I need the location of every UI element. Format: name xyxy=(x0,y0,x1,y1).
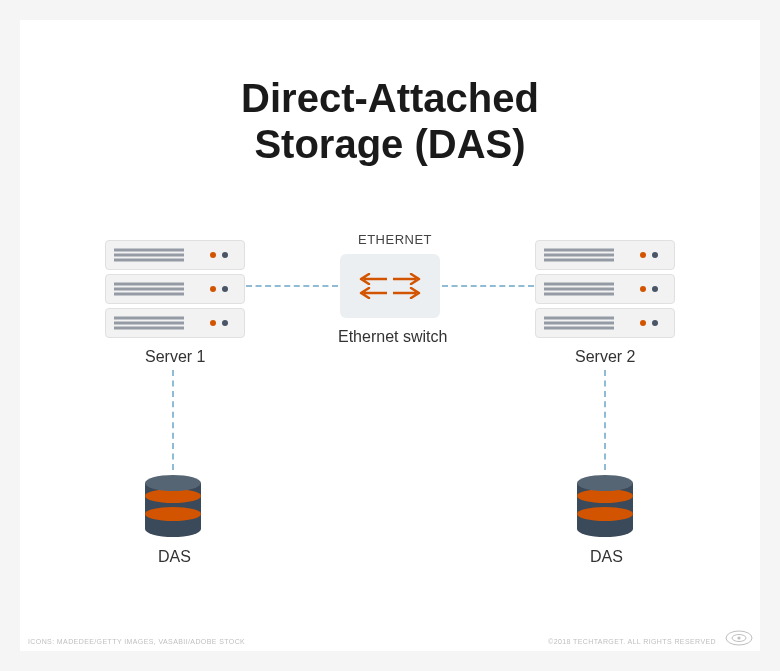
server-1-icon xyxy=(105,240,245,338)
footer-copyright: ©2018 TECHTARGET. ALL RIGHTS RESERVED xyxy=(548,638,716,645)
das-2-icon xyxy=(577,475,633,537)
server-rack-unit xyxy=(105,308,245,338)
ethernet-switch-icon xyxy=(340,254,440,318)
link-switch-server2 xyxy=(442,285,534,287)
server-rack-unit xyxy=(105,240,245,270)
arrow-left-icon xyxy=(357,287,387,299)
server-1-label: Server 1 xyxy=(145,348,205,366)
diagram-title: Direct-Attached Storage (DAS) xyxy=(20,75,760,167)
title-line-1: Direct-Attached xyxy=(241,76,539,120)
server-rack-unit xyxy=(535,240,675,270)
ethernet-label: ETHERNET xyxy=(358,232,432,247)
server-2-label: Server 2 xyxy=(575,348,635,366)
ethernet-switch-label: Ethernet switch xyxy=(338,328,447,346)
title-line-2: Storage (DAS) xyxy=(254,122,525,166)
das-1-label: DAS xyxy=(158,548,191,566)
link-server1-das1 xyxy=(172,370,174,470)
techtarget-logo-icon xyxy=(724,629,754,647)
server-rack-unit xyxy=(535,308,675,338)
arrow-left-icon xyxy=(357,273,387,285)
das-1-icon xyxy=(145,475,201,537)
link-server2-das2 xyxy=(604,370,606,470)
link-server1-switch xyxy=(246,285,338,287)
footer-credits: ICONS: MADEDEE/GETTY IMAGES, VASABII/ADO… xyxy=(28,638,245,645)
server-rack-unit xyxy=(105,274,245,304)
diagram-canvas: Direct-Attached Storage (DAS) Server 1 S… xyxy=(20,20,760,651)
server-2-icon xyxy=(535,240,675,338)
server-rack-unit xyxy=(535,274,675,304)
das-2-label: DAS xyxy=(590,548,623,566)
svg-point-2 xyxy=(737,636,740,639)
arrow-right-icon xyxy=(393,273,423,285)
arrow-right-icon xyxy=(393,287,423,299)
